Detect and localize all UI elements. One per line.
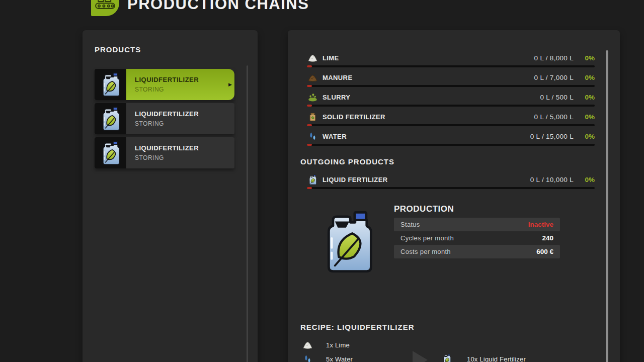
costs-value: 600 € (536, 248, 553, 255)
recipe-input-label: 1x Lime (326, 341, 350, 349)
product-list: LIQUIDFERTILIZER STORING ▶ LIQUIDFERTILI… (95, 69, 234, 168)
storage-row: SLURRY 0 L / 500 L 0% (307, 90, 595, 107)
cycles-value: 240 (542, 234, 553, 242)
status-value: Inactive (528, 221, 553, 228)
liquid-fertilizer-icon (441, 353, 452, 362)
product-status: STORING (135, 154, 234, 161)
storage-percent: 0% (574, 74, 595, 81)
liquid-fertilizer-icon (307, 174, 318, 185)
fill-bar (307, 65, 595, 67)
product-name: LIQUIDFERTILIZER (135, 144, 234, 152)
fill-bar (307, 187, 595, 189)
storage-label: LIQUID FERTILIZER (323, 176, 530, 184)
product-list-item[interactable]: LIQUIDFERTILIZER STORING (95, 137, 234, 168)
storage-amount: 0 L / 7,000 L (534, 74, 574, 81)
product-item-body: LIQUIDFERTILIZER STORING ▶ (126, 69, 234, 100)
outgoing-products-title: OUTGOING PRODUCTS (300, 157, 394, 166)
storage-label: LIME (323, 54, 534, 62)
production-details-panel: LIME 0 L / 8,000 L 0% MANURE 0 L / 7,000… (288, 30, 620, 362)
fill-bar (307, 124, 595, 126)
fill-bar-indicator (307, 85, 312, 87)
storage-row: LIME 0 L / 8,000 L 0% (307, 51, 595, 67)
fill-bar-indicator (307, 65, 312, 67)
lime-icon (302, 339, 313, 350)
water-icon (302, 353, 313, 362)
storage-label: SLURRY (323, 94, 540, 101)
fill-bar-indicator (307, 187, 312, 189)
storage-percent: 0% (574, 133, 595, 140)
storage-label: WATER (323, 133, 530, 140)
fill-bar (307, 85, 595, 87)
solid-fertilizer-icon (307, 111, 318, 122)
manure-icon (307, 72, 318, 83)
storage-percent: 0% (574, 113, 595, 121)
production-row-label: Costs per month (400, 248, 451, 255)
product-list-item-selected[interactable]: LIQUIDFERTILIZER STORING ▶ (95, 69, 234, 100)
fill-bar-indicator (307, 105, 312, 107)
recipe-input: 1x Lime (302, 339, 313, 350)
storage-row: MANURE 0 L / 7,000 L 0% (307, 71, 595, 87)
recipe-title: RECIPE: LIQUIDFERTILIZER (300, 323, 415, 331)
recipe-input-label: 5x Water (326, 355, 353, 362)
fill-bar (307, 105, 595, 107)
product-item-body: LIQUIDFERTILIZER STORING (126, 137, 234, 168)
page-title: PRODUCTION CHAINS (127, 0, 309, 13)
production-row-cycles: Cycles per month 240 (394, 231, 560, 245)
storage-label: SOLID FERTILIZER (323, 113, 534, 121)
liquid-fertilizer-icon (95, 137, 126, 168)
incoming-products-list: LIME 0 L / 8,000 L 0% MANURE 0 L / 7,000… (307, 51, 595, 149)
storage-percent: 0% (574, 54, 595, 62)
product-name: LIQUIDFERTILIZER (135, 76, 234, 83)
product-name: LIQUIDFERTILIZER (135, 110, 234, 118)
storage-row: LIQUID FERTILIZER 0 L / 10,000 L 0% (307, 173, 595, 189)
products-panel-title: PRODUCTS (95, 45, 141, 54)
fill-bar-indicator (307, 144, 312, 146)
storage-row: SOLID FERTILIZER 0 L / 5,000 L 0% (307, 110, 595, 126)
recipe-arrow-icon (413, 351, 428, 362)
storage-amount: 0 L / 5,000 L (534, 113, 574, 121)
storage-percent: 0% (574, 176, 595, 184)
liquid-fertilizer-product-image (322, 208, 375, 276)
selected-arrow-icon: ▶ (228, 82, 232, 87)
production-table: Status Inactive Cycles per month 240 Cos… (394, 218, 560, 258)
recipe-output: 10x Liquid Fertilizer (441, 353, 452, 362)
liquid-fertilizer-icon (95, 103, 126, 134)
slurry-icon (307, 92, 318, 103)
products-panel: PRODUCTS LIQUIDFERTILIZER STORING ▶ LIQU… (83, 30, 258, 362)
product-status: STORING (135, 86, 234, 93)
product-item-body: LIQUIDFERTILIZER STORING (126, 103, 234, 134)
details-scrollbar[interactable] (606, 50, 608, 362)
storage-percent: 0% (574, 94, 595, 101)
production-chains-icon (91, 0, 119, 16)
production-row-costs: Costs per month 600 € (394, 245, 560, 258)
storage-row: WATER 0 L / 15,000 L 0% (307, 130, 595, 146)
production-row-label: Status (400, 221, 420, 228)
recipe-input: 5x Water (302, 353, 313, 362)
production-row-label: Cycles per month (400, 234, 454, 242)
water-icon (307, 131, 318, 142)
storage-label: MANURE (323, 74, 534, 81)
liquid-fertilizer-icon (95, 69, 126, 100)
storage-amount: 0 L / 15,000 L (530, 133, 574, 140)
fill-bar (307, 144, 595, 146)
fill-bar-indicator (307, 124, 312, 126)
outgoing-products-list: LIQUID FERTILIZER 0 L / 10,000 L 0% (307, 173, 595, 193)
storage-amount: 0 L / 500 L (540, 94, 574, 101)
product-status: STORING (135, 120, 234, 127)
product-list-item[interactable]: LIQUIDFERTILIZER STORING (95, 103, 234, 134)
products-scrollbar[interactable] (247, 65, 248, 362)
storage-amount: 0 L / 8,000 L (534, 54, 574, 62)
production-title: PRODUCTION (394, 204, 454, 214)
storage-amount: 0 L / 10,000 L (530, 176, 574, 184)
recipe-output-label: 10x Liquid Fertilizer (467, 355, 526, 362)
production-row-status: Status Inactive (394, 218, 560, 231)
lime-icon (307, 52, 318, 63)
